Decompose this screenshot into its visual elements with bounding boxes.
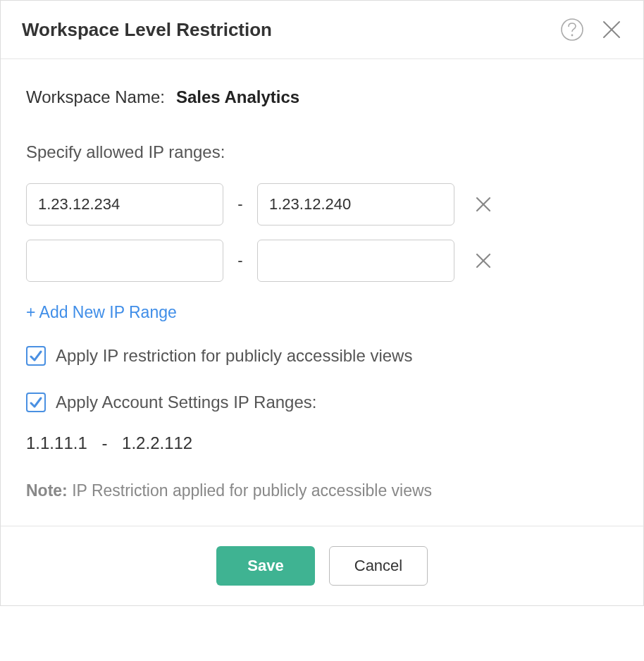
dialog-header: Workspace Level Restriction (1, 1, 643, 59)
account-range-from: 1.1.11.1 (26, 433, 87, 452)
svg-point-0 (562, 19, 583, 40)
dialog-footer: Save Cancel (1, 526, 643, 605)
ip-ranges-label: Specify allowed IP ranges: (26, 142, 618, 162)
svg-point-1 (571, 35, 574, 37)
note-text: IP Restriction applied for publicly acce… (68, 481, 432, 500)
account-ranges-check-row: Apply Account Settings IP Ranges: (26, 393, 618, 412)
help-icon[interactable] (560, 18, 584, 42)
workspace-restriction-dialog: Workspace Level Restriction Workspace Na… (0, 0, 644, 606)
note-row: Note: IP Restriction applied for publicl… (26, 481, 618, 500)
account-range-to: 1.2.2.112 (122, 433, 192, 452)
ip-range-to-input[interactable] (257, 183, 454, 226)
remove-range-icon[interactable] (474, 252, 493, 270)
workspace-name-label: Workspace Name: (26, 87, 165, 107)
dialog-title: Workspace Level Restriction (22, 19, 272, 41)
workspace-name-value: Sales Analytics (176, 87, 299, 107)
public-views-check-row: Apply IP restriction for publicly access… (26, 346, 618, 366)
workspace-name-row: Workspace Name: Sales Analytics (26, 87, 618, 107)
header-actions (560, 18, 622, 42)
close-icon[interactable] (601, 19, 622, 40)
public-views-checkbox[interactable] (26, 346, 46, 366)
public-views-check-label: Apply IP restriction for publicly access… (56, 346, 412, 366)
ip-range-row: - (26, 240, 618, 282)
cancel-button[interactable]: Cancel (329, 546, 428, 586)
save-button[interactable]: Save (216, 546, 315, 586)
note-label: Note: (26, 481, 68, 500)
ip-range-list: - - (26, 183, 618, 282)
add-ip-range-link[interactable]: + Add New IP Range (26, 303, 618, 322)
ip-range-from-input[interactable] (26, 183, 223, 226)
ip-range-dash: - (236, 195, 244, 214)
ip-range-from-input[interactable] (26, 240, 223, 282)
ip-range-row: - (26, 183, 618, 226)
account-ip-range: 1.1.11.1 - 1.2.2.112 (26, 433, 618, 453)
dialog-body: Workspace Name: Sales Analytics Specify … (1, 59, 643, 526)
account-ranges-checkbox[interactable] (26, 393, 46, 412)
account-ranges-check-label: Apply Account Settings IP Ranges: (56, 393, 316, 412)
ip-range-dash: - (236, 252, 244, 270)
ip-range-to-input[interactable] (257, 240, 454, 282)
remove-range-icon[interactable] (474, 195, 493, 214)
account-range-dash: - (101, 433, 107, 452)
